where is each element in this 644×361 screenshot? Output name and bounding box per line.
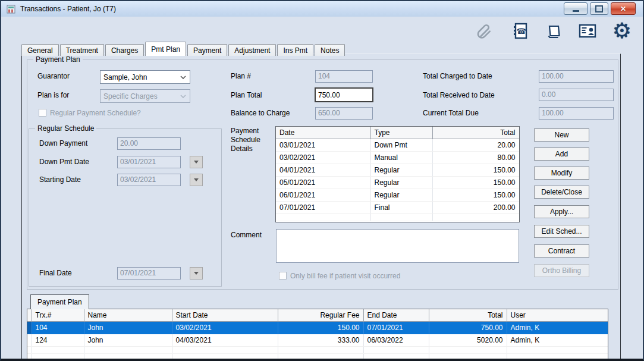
starting-date-field: 03/02/2021: [117, 174, 181, 186]
down-pmt-date-dropdown-button: [190, 156, 203, 168]
schedule-row[interactable]: 03/01/2021Down Pmt20.00: [276, 139, 519, 152]
button-modify[interactable]: Modify: [534, 167, 589, 180]
tab-adjustment[interactable]: Adjustment: [228, 44, 276, 56]
plan-number-field: 104: [315, 70, 373, 83]
attachment-icon[interactable]: [475, 21, 494, 40]
total-received-field: 0.00: [539, 89, 614, 101]
regular-schedule-group: Regular Schedule Down Payment 20.00 Down…: [29, 128, 222, 287]
payment-schedule-grid: DateTypeTotal03/01/2021Down Pmt20.0003/0…: [275, 126, 520, 222]
schedule-cell: 150.00: [432, 189, 519, 202]
phone-book-icon[interactable]: ☎: [510, 21, 529, 40]
plans-column-header[interactable]: Regular Fee: [278, 309, 363, 322]
starting-date-dropdown-button: [190, 174, 203, 186]
payment-plan-list-tab[interactable]: Payment Plan: [30, 294, 89, 309]
plans-row[interactable]: 104John03/02/2021150.0007/01/2021750.00A…: [27, 322, 608, 334]
minimize-icon: [573, 10, 579, 12]
gear-icon: ⚙: [612, 21, 632, 40]
plans-cell: 06/03/2022: [363, 334, 429, 347]
tab-ins-pmt[interactable]: Ins Pmt: [277, 44, 313, 56]
button-new[interactable]: New: [534, 128, 589, 142]
plans-column-header[interactable]: Total: [429, 309, 507, 322]
guarantor-combobox[interactable]: Sample, John: [100, 70, 190, 84]
button-add[interactable]: Add: [534, 147, 589, 161]
button-ortho-billing: Ortho Billing: [534, 264, 589, 277]
tab-treatment[interactable]: Treatment: [60, 44, 104, 56]
total-received-label: Total Received to Date: [423, 91, 495, 100]
schedule-cell: Regular: [370, 189, 432, 202]
schedule-cell: 07/01/2021: [276, 202, 370, 214]
plan-number-label: Plan #: [231, 72, 251, 81]
chevron-down-icon: [180, 76, 186, 79]
row-selector-header: [27, 309, 32, 322]
maximize-button[interactable]: [590, 2, 608, 15]
schedule-row[interactable]: 04/01/2021Regular150.00: [276, 164, 519, 177]
schedule-row[interactable]: 05/01/2021Regular150.00: [276, 177, 519, 189]
dropdown-arrow-icon: [194, 161, 199, 164]
plans-cell: 04/03/2021: [172, 334, 278, 347]
current-total-due-label: Current Total Due: [423, 109, 479, 118]
balance-to-charge-label: Balance to Charge: [231, 109, 290, 118]
button-edit-sched[interactable]: Edit Sched...: [534, 225, 589, 238]
plans-cell: John: [84, 334, 172, 347]
schedule-cell: 80.00: [432, 152, 519, 164]
plans-column-header[interactable]: Start Date: [172, 309, 278, 322]
guarantor-label: Guarantor: [37, 72, 70, 81]
plans-column-header[interactable]: End Date: [363, 309, 429, 322]
plans-cell: 750.00: [429, 322, 507, 334]
only-bill-fee-label: Only bill fee if patient visit occurred: [290, 272, 400, 281]
button-apply[interactable]: Apply...: [534, 205, 589, 218]
plans-empty-row: [27, 354, 608, 361]
tab-payment[interactable]: Payment: [187, 44, 227, 56]
plans-cell: Admin, K: [507, 322, 608, 334]
schedule-empty-row: [276, 214, 519, 221]
notes-icon[interactable]: [544, 21, 563, 40]
plans-cell: 150.00: [278, 322, 363, 334]
plans-row[interactable]: 124John04/03/2021333.0006/03/20225020.00…: [27, 334, 608, 347]
final-date-field: 07/01/2021: [117, 267, 181, 280]
button-delete-close[interactable]: Delete/Close: [534, 186, 589, 199]
plan-total-input[interactable]: [315, 87, 373, 102]
schedule-row[interactable]: 06/01/2021Regular150.00: [276, 189, 519, 202]
guarantor-value: Sample, John: [103, 73, 147, 81]
schedule-column-header[interactable]: Type: [370, 127, 432, 139]
plans-column-header[interactable]: User: [507, 309, 608, 322]
comment-textarea[interactable]: [276, 229, 519, 263]
pmt-plan-tab-page: Payment Plan Guarantor Sample, John Plan…: [21, 54, 621, 360]
starting-date-label: Starting Date: [39, 175, 81, 184]
total-charged-label: Total Charged to Date: [423, 72, 492, 81]
plans-cell: 03/02/2021: [172, 322, 278, 334]
close-button[interactable]: ✕: [611, 2, 636, 15]
row-selector-cell: [27, 322, 32, 334]
patient-info-icon[interactable]: [578, 21, 597, 40]
schedule-column-header[interactable]: Total: [432, 127, 519, 139]
plans-column-header[interactable]: Trx.#: [32, 309, 84, 322]
minimize-button[interactable]: [564, 2, 588, 15]
schedule-row[interactable]: 03/02/2021Manual80.00: [276, 152, 519, 164]
button-contract[interactable]: Contract: [534, 244, 589, 258]
schedule-cell: 03/02/2021: [276, 152, 370, 164]
down-pmt-date-field: 03/01/2021: [117, 156, 181, 168]
schedule-column-header[interactable]: Date: [276, 127, 370, 139]
settings-gear-icon[interactable]: ⚙: [612, 21, 632, 40]
regular-payment-schedule-label: Regular Payment Schedule?: [50, 109, 141, 118]
plans-cell: 124: [32, 334, 84, 347]
tab-notes[interactable]: Notes: [315, 44, 345, 56]
window-title: Transactions - Patient, Jo (T7): [20, 5, 116, 13]
schedule-cell: Final: [370, 202, 432, 214]
svg-text:☎: ☎: [516, 27, 526, 36]
schedule-cell: 200.00: [432, 202, 519, 214]
schedule-row[interactable]: 07/01/2021Final200.00: [276, 202, 519, 214]
tab-pmt-plan[interactable]: Pmt Plan: [145, 42, 186, 56]
only-bill-fee-checkbox: [279, 272, 287, 280]
maximize-icon: [595, 5, 603, 12]
payment-plans-grid: Trx.#NameStart DateRegular FeeEnd DateTo…: [27, 309, 608, 361]
payment-schedule-details-label: Payment Schedule Details: [231, 127, 268, 153]
tab-strip: GeneralTreatmentChargesPmt PlanPaymentAd…: [21, 42, 346, 56]
tab-charges[interactable]: Charges: [105, 44, 144, 56]
tab-general[interactable]: General: [21, 44, 59, 56]
schedule-cell: 05/01/2021: [276, 177, 370, 189]
plans-column-header[interactable]: Name: [84, 309, 172, 322]
dropdown-arrow-icon: [194, 272, 199, 275]
plan-is-for-combobox: Specific Charges: [100, 89, 190, 103]
schedule-cell: 06/01/2021: [276, 189, 370, 202]
